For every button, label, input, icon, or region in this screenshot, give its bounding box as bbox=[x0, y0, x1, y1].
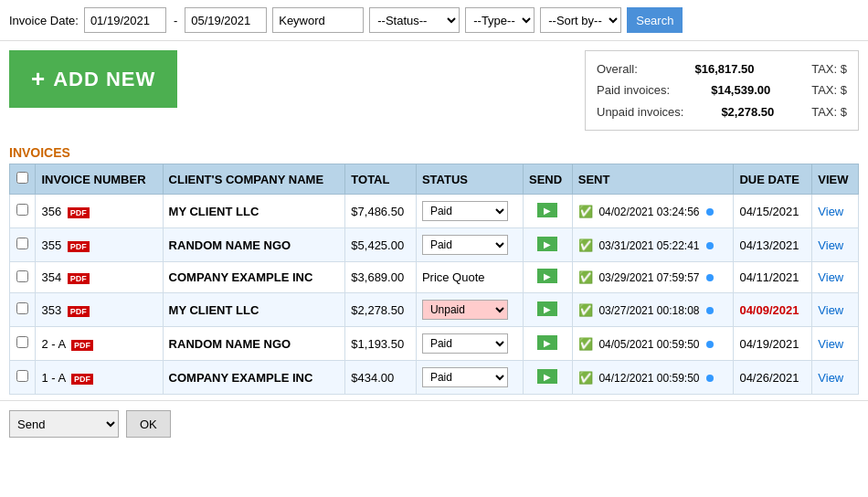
total-cell: $3,689.00 bbox=[345, 262, 417, 293]
status-dropdown[interactable]: PaidUnpaidPrice Quote bbox=[422, 300, 508, 320]
status-dropdown[interactable]: PaidUnpaidPrice Quote bbox=[422, 333, 508, 354]
due-date-cell: 04/26/2021 bbox=[734, 361, 812, 395]
select-all-checkbox[interactable] bbox=[16, 172, 28, 184]
company-name: MY CLIENT LLC bbox=[169, 303, 259, 317]
total-amount: $1,193.50 bbox=[351, 337, 404, 351]
company-cell: MY CLIENT LLC bbox=[163, 195, 345, 228]
row-checkbox-cell bbox=[10, 228, 36, 262]
sent-checkmark: ✅ bbox=[578, 238, 593, 252]
row-checkbox[interactable] bbox=[16, 270, 28, 282]
date-from-input[interactable] bbox=[84, 7, 166, 33]
company-cell: RANDOM NAME NGO bbox=[163, 228, 345, 262]
status-dropdown[interactable]: PaidUnpaidPrice Quote bbox=[422, 235, 508, 255]
sent-date: 04/02/2021 03:24:56 bbox=[598, 206, 699, 218]
view-cell: View bbox=[812, 327, 859, 361]
status-dropdown[interactable]: PaidUnpaidPrice Quote bbox=[422, 367, 508, 387]
send-icon[interactable] bbox=[537, 269, 557, 283]
send-icon[interactable] bbox=[537, 335, 557, 350]
sent-cell: ✅ 04/02/2021 03:24:56 bbox=[572, 195, 734, 228]
invoices-title: INVOICES bbox=[9, 140, 859, 164]
due-date-cell: 04/15/2021 bbox=[734, 195, 812, 228]
due-date-cell: 04/13/2021 bbox=[734, 228, 812, 262]
status-cell: Price Quote bbox=[416, 262, 523, 293]
date-to-input[interactable] bbox=[185, 7, 267, 33]
pdf-icon[interactable]: PDF bbox=[68, 306, 90, 317]
ok-button[interactable]: OK bbox=[126, 410, 171, 438]
info-dot[interactable] bbox=[706, 208, 714, 216]
col-send: SEND bbox=[524, 164, 573, 195]
pdf-icon[interactable]: PDF bbox=[68, 273, 90, 284]
row-checkbox[interactable] bbox=[16, 370, 28, 382]
info-dot[interactable] bbox=[706, 242, 714, 249]
pdf-icon[interactable]: PDF bbox=[68, 207, 90, 218]
bulk-action-select[interactable]: Send Delete Mark Paid bbox=[9, 410, 119, 438]
summary-overall-row: Overall: $16,817.50 TAX: $ bbox=[597, 58, 847, 79]
paid-tax: TAX: $ bbox=[811, 79, 847, 100]
table-row: 356 PDF MY CLIENT LLC $7,486.50 PaidUnpa… bbox=[10, 195, 859, 228]
pdf-icon[interactable]: PDF bbox=[68, 241, 90, 252]
col-total: TOTAL bbox=[345, 164, 417, 195]
view-link[interactable]: View bbox=[818, 371, 843, 385]
table-row: 353 PDF MY CLIENT LLC $2,278.50 PaidUnpa… bbox=[10, 293, 859, 327]
unpaid-label: Unpaid invoices: bbox=[597, 101, 683, 122]
view-link[interactable]: View bbox=[818, 270, 843, 284]
status-select[interactable]: --Status-- Paid Unpaid Price Quote bbox=[369, 7, 460, 33]
send-icon[interactable] bbox=[537, 203, 557, 217]
row-checkbox[interactable] bbox=[16, 204, 28, 216]
status-dropdown[interactable]: PaidUnpaidPrice Quote bbox=[422, 201, 508, 221]
due-date-cell: 04/11/2021 bbox=[734, 262, 812, 293]
keyword-input[interactable] bbox=[272, 7, 364, 33]
view-link[interactable]: View bbox=[818, 337, 843, 351]
view-link[interactable]: View bbox=[818, 205, 843, 218]
info-dot[interactable] bbox=[706, 375, 714, 382]
info-dot[interactable] bbox=[706, 274, 714, 281]
invoice-number-cell: 354 PDF bbox=[36, 262, 163, 293]
info-dot[interactable] bbox=[706, 307, 714, 314]
pdf-icon[interactable]: PDF bbox=[71, 374, 93, 385]
pdf-icon[interactable]: PDF bbox=[71, 340, 93, 351]
invoices-section: INVOICES INVOICE NUMBER CLIENT'S COMPANY… bbox=[0, 140, 868, 395]
view-cell: View bbox=[812, 293, 859, 327]
status-cell: PaidUnpaidPrice Quote bbox=[416, 361, 523, 395]
table-row: 355 PDF RANDOM NAME NGO $5,425.00 PaidUn… bbox=[10, 228, 859, 262]
send-icon[interactable] bbox=[537, 301, 557, 316]
company-cell: RANDOM NAME NGO bbox=[163, 327, 345, 361]
sent-date: 04/05/2021 00:59:50 bbox=[598, 338, 699, 351]
status-cell: PaidUnpaidPrice Quote bbox=[416, 293, 523, 327]
col-due-date: DUE DATE bbox=[734, 164, 812, 195]
add-new-button[interactable]: + ADD NEW bbox=[9, 50, 177, 108]
type-select[interactable]: --Type-- bbox=[465, 7, 535, 33]
sort-select[interactable]: --Sort by-- bbox=[540, 7, 621, 33]
date-separator: - bbox=[174, 14, 177, 27]
info-dot[interactable] bbox=[706, 341, 714, 348]
total-amount: $3,689.00 bbox=[351, 270, 404, 284]
table-header-row: INVOICE NUMBER CLIENT'S COMPANY NAME TOT… bbox=[10, 164, 859, 195]
send-icon[interactable] bbox=[537, 369, 557, 384]
send-icon[interactable] bbox=[537, 237, 557, 251]
bottom-bar: Send Delete Mark Paid OK bbox=[0, 400, 868, 447]
row-checkbox-cell bbox=[10, 195, 36, 228]
invoice-number: 1 - A bbox=[41, 371, 65, 385]
sent-date: 03/27/2021 00:18:08 bbox=[598, 304, 699, 317]
sent-cell: ✅ 03/29/2021 07:59:57 bbox=[572, 262, 734, 293]
row-checkbox[interactable] bbox=[16, 336, 28, 348]
due-date: 04/15/2021 bbox=[739, 205, 799, 218]
col-checkbox bbox=[10, 164, 36, 195]
due-date: 04/26/2021 bbox=[739, 371, 799, 385]
company-cell: MY CLIENT LLC bbox=[163, 293, 345, 327]
overall-amount: $16,817.50 bbox=[694, 58, 754, 79]
invoices-table: INVOICE NUMBER CLIENT'S COMPANY NAME TOT… bbox=[9, 164, 859, 395]
view-link[interactable]: View bbox=[818, 303, 843, 317]
row-checkbox[interactable] bbox=[16, 238, 28, 249]
col-invoice-number: INVOICE NUMBER bbox=[36, 164, 163, 195]
total-amount: $2,278.50 bbox=[351, 303, 404, 317]
row-checkbox-cell bbox=[10, 327, 36, 361]
action-bar: + ADD NEW Overall: $16,817.50 TAX: $ Pai… bbox=[0, 41, 868, 140]
row-checkbox[interactable] bbox=[16, 302, 28, 314]
search-button[interactable]: Search bbox=[627, 7, 683, 33]
total-cell: $7,486.50 bbox=[345, 195, 417, 228]
summary-box: Overall: $16,817.50 TAX: $ Paid invoices… bbox=[585, 50, 859, 131]
total-amount: $7,486.50 bbox=[351, 205, 404, 218]
paid-label: Paid invoices: bbox=[597, 79, 670, 100]
view-link[interactable]: View bbox=[818, 238, 843, 252]
